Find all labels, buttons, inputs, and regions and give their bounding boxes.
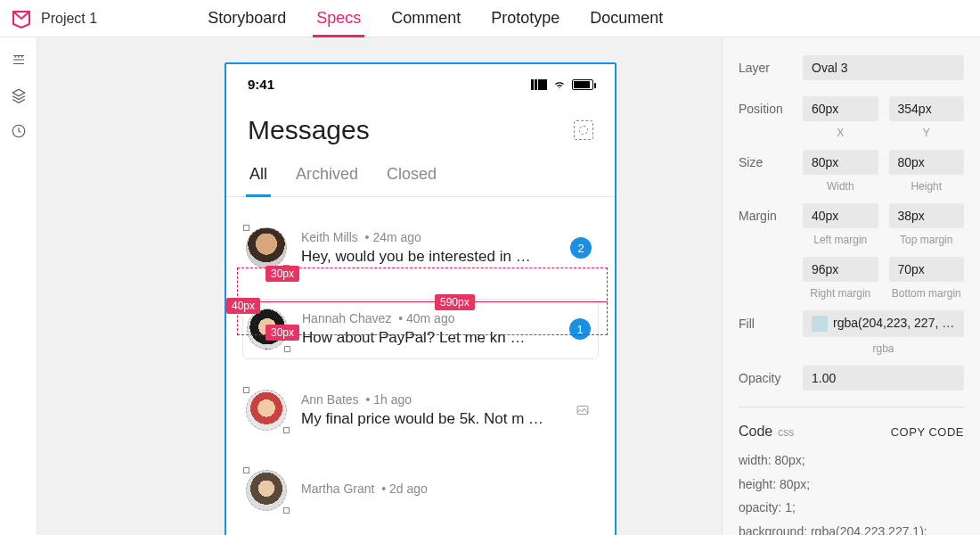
- margin-left-field[interactable]: 40px: [803, 203, 878, 228]
- avatar[interactable]: [246, 227, 287, 268]
- project-name[interactable]: Project 1: [41, 11, 97, 27]
- ruler-icon[interactable]: [11, 52, 27, 68]
- sublabel-bm: Bottom margin: [889, 287, 965, 300]
- spec-tag-bottom: 30px: [265, 325, 299, 341]
- label-margin: Margin: [739, 209, 803, 223]
- canvas[interactable]: 9:41 Messages All Archived Closed: [37, 37, 722, 535]
- left-rail: [0, 37, 37, 535]
- artboard[interactable]: 9:41 Messages All Archived Closed: [225, 62, 617, 535]
- sublabel-tm: Top margin: [889, 234, 965, 246]
- tab-comment[interactable]: Comment: [388, 0, 464, 37]
- fill-field[interactable]: rgba(204,223, 227, …: [803, 310, 964, 337]
- sublabel-x: X: [803, 127, 878, 139]
- tab-document[interactable]: Document: [586, 0, 666, 37]
- tab-specs[interactable]: Specs: [313, 0, 364, 37]
- message-preview: Hey, would you be interested in …: [301, 248, 556, 266]
- spec-measure-line: [237, 301, 608, 302]
- message-time: 2d ago: [389, 482, 428, 496]
- filter-closed[interactable]: Closed: [385, 160, 438, 196]
- sublabel-fill: rgba: [803, 342, 964, 355]
- history-icon[interactable]: [11, 123, 27, 139]
- signal-icon: [531, 79, 547, 90]
- unread-badge: 2: [570, 237, 592, 259]
- message-time: 1h ago: [373, 392, 412, 407]
- avatar[interactable]: [246, 390, 287, 431]
- message-time: 40m ago: [406, 311, 454, 325]
- sender-name: Keith Mills: [301, 230, 358, 244]
- tab-prototype[interactable]: Prototype: [487, 0, 563, 37]
- margin-right-field[interactable]: 96px: [803, 257, 878, 282]
- spec-tag-left: 40px: [226, 298, 260, 314]
- layers-icon[interactable]: [11, 87, 27, 103]
- sender-name: Ann Bates: [301, 392, 359, 407]
- sublabel-y: Y: [889, 127, 965, 139]
- status-bar: 9:41: [226, 64, 615, 92]
- filter-all[interactable]: All: [248, 160, 269, 196]
- battery-icon: [572, 79, 593, 90]
- label-position: Position: [739, 102, 803, 116]
- properties-panel: LayerOval 3 Position60px354px XY Size80p…: [722, 37, 980, 535]
- sublabel-lm: Left margin: [803, 234, 878, 246]
- code-line: height: 80px;: [739, 473, 964, 497]
- spec-tag-top: 30px: [265, 266, 299, 282]
- message-item[interactable]: Ann Bates • 1h ago My final price would …: [242, 381, 599, 440]
- height-field[interactable]: 80px: [889, 150, 965, 175]
- app-logo-icon: [11, 8, 32, 29]
- code-block[interactable]: width: 80px; height: 80px; opacity: 1; b…: [739, 449, 964, 535]
- copy-code-button[interactable]: COPY CODE: [891, 425, 964, 439]
- label-fill: Fill: [739, 317, 803, 331]
- code-line: width: 80px;: [739, 449, 964, 473]
- message-list: Keith Mills • 24m ago Hey, would you be …: [226, 197, 615, 520]
- spec-tag-width: 590px: [435, 294, 475, 310]
- wifi-icon: [552, 79, 567, 90]
- sublabel-height: Height: [889, 180, 965, 193]
- code-type: css: [778, 426, 794, 439]
- tab-storyboard[interactable]: Storyboard: [204, 0, 290, 37]
- fill-swatch: [812, 316, 828, 332]
- image-attachment-icon: [574, 404, 592, 416]
- opacity-field[interactable]: 1.00: [803, 366, 964, 391]
- width-field[interactable]: 80px: [803, 150, 878, 175]
- message-time: 24m ago: [372, 230, 421, 244]
- filter-tabs: All Archived Closed: [226, 160, 615, 197]
- code-line: opacity: 1;: [739, 496, 964, 520]
- label-opacity: Opacity: [739, 371, 803, 385]
- sublabel-rm: Right margin: [803, 287, 878, 300]
- message-item[interactable]: Martha Grant • 2d ago: [242, 461, 599, 520]
- message-preview: My final price would be 5k. Not m …: [301, 410, 559, 428]
- unread-badge: 1: [569, 318, 591, 340]
- code-line: background: rgba(204,223,227,1);: [739, 520, 964, 535]
- sender-name: Martha Grant: [301, 482, 374, 496]
- page-title: Messages: [248, 115, 370, 145]
- filter-archived[interactable]: Archived: [294, 160, 360, 196]
- label-size: Size: [739, 155, 803, 169]
- nav-tabs: Storyboard Specs Comment Prototype Docum…: [204, 0, 666, 37]
- message-preview: How about PayPal? Let me kn …: [302, 329, 555, 347]
- pos-y-field[interactable]: 354px: [889, 96, 965, 121]
- label-layer: Layer: [739, 61, 803, 75]
- status-time: 9:41: [248, 77, 274, 92]
- pos-x-field[interactable]: 60px: [803, 96, 878, 121]
- top-bar: Project 1 Storyboard Specs Comment Proto…: [0, 0, 980, 37]
- margin-top-field[interactable]: 38px: [889, 203, 965, 228]
- sender-name: Hannah Chavez: [302, 311, 391, 325]
- avatar[interactable]: [246, 470, 287, 511]
- margin-bottom-field[interactable]: 70px: [889, 257, 965, 282]
- sublabel-width: Width: [803, 180, 878, 193]
- layer-name-field[interactable]: Oval 3: [803, 55, 964, 80]
- selection-tool-icon[interactable]: [574, 120, 593, 140]
- code-label: Code: [739, 424, 772, 439]
